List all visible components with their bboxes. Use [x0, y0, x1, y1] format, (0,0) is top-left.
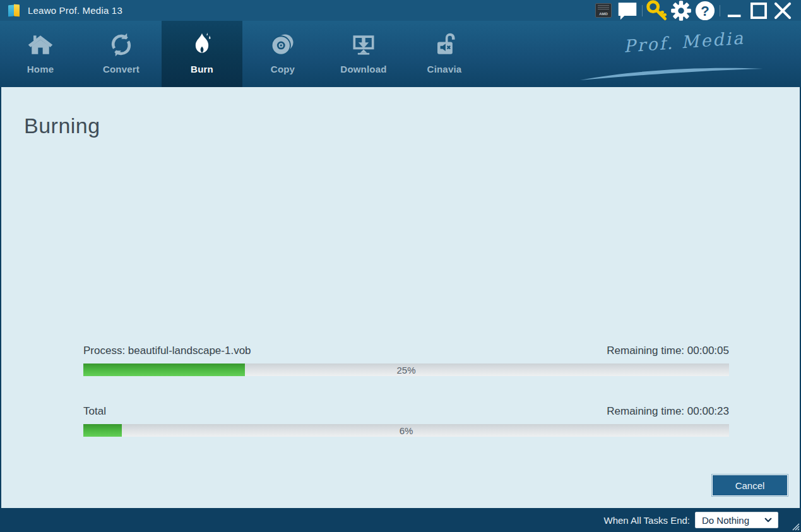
tab-label: Burn [191, 64, 213, 74]
progress-percent: 6% [83, 424, 729, 437]
maximize-button[interactable] [747, 2, 771, 20]
main-nav: Home Convert Burn [0, 21, 801, 87]
task-label: Total [83, 405, 106, 418]
burning-panel: Burning Process: beautiful-landscape-1.v… [0, 87, 801, 508]
progress-bar-total: 6% [83, 424, 729, 437]
window-title: Leawo Prof. Media 13 [28, 5, 122, 16]
tab-label: Download [340, 64, 386, 74]
tab-cinavia[interactable]: Cinavia [404, 21, 485, 87]
resize-grip[interactable] [790, 521, 800, 531]
svg-text:?: ? [701, 3, 709, 18]
remaining-time: Remaining time: 00:00:23 [607, 405, 729, 418]
brand-script: Prof. Media [602, 32, 766, 83]
selected-option: Do Nothing [702, 515, 749, 526]
app-logo-icon [6, 3, 23, 18]
progress-bar-process: 25% [83, 364, 729, 376]
feedback-bubble-icon[interactable] [615, 2, 639, 20]
titlebar-separator [720, 5, 720, 16]
tab-download[interactable]: Download [323, 21, 404, 87]
task-row-total: Total Remaining time: 00:00:23 6% [83, 405, 729, 437]
tab-label: Cinavia [427, 64, 462, 74]
titlebar: Leawo Prof. Media 13 AMD [0, 0, 801, 21]
cancel-button[interactable]: Cancel [712, 475, 788, 496]
progress-percent: 25% [83, 364, 729, 376]
when-all-tasks-end-select[interactable]: Do Nothing [695, 512, 778, 528]
footer-bar: When All Tasks End: Do Nothing [0, 508, 801, 532]
minimize-button[interactable] [723, 2, 747, 20]
task-list: Process: beautiful-landscape-1.vob Remai… [83, 345, 729, 437]
tab-copy[interactable]: Copy [242, 21, 323, 87]
tab-convert[interactable]: Convert [81, 21, 162, 87]
page-title: Burning [24, 114, 800, 138]
task-row-process: Process: beautiful-landscape-1.vob Remai… [83, 345, 729, 376]
when-all-tasks-end-label: When All Tasks End: [604, 515, 690, 526]
remaining-time: Remaining time: 00:00:05 [607, 345, 729, 357]
register-key-icon[interactable] [645, 2, 669, 20]
amd-tray-icon[interactable]: AMD [591, 2, 615, 20]
tab-home[interactable]: Home [0, 21, 81, 87]
tab-label: Convert [103, 64, 139, 74]
help-icon[interactable]: ? [693, 2, 717, 20]
tab-burn[interactable]: Burn [162, 21, 242, 87]
tab-label: Copy [271, 64, 295, 74]
close-button[interactable] [771, 2, 795, 20]
chevron-down-icon [764, 516, 773, 524]
titlebar-separator [642, 5, 643, 16]
settings-gear-icon[interactable] [669, 2, 693, 20]
app-window: Leawo Prof. Media 13 AMD [0, 0, 801, 532]
task-label: Process: beautiful-landscape-1.vob [83, 345, 251, 357]
tab-label: Home [27, 64, 54, 74]
